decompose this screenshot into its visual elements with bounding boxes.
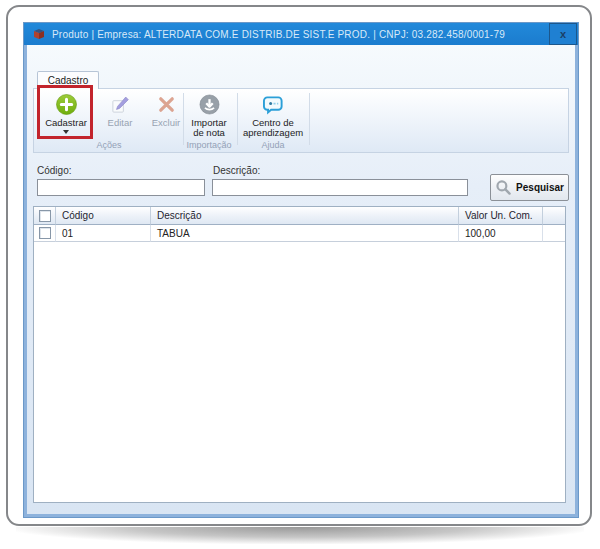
table-row[interactable]: 01 TABUA 100,00: [34, 225, 565, 242]
cell-filler: [543, 225, 565, 242]
header-valor[interactable]: Valor Un. Com.: [459, 207, 543, 225]
excluir-button[interactable]: Excluir: [144, 92, 188, 142]
window-title: Produto | Empresa: ALTERDATA COM.E DISTR…: [52, 29, 505, 40]
ribbon-toolbar: Cadastrar Editar: [33, 88, 569, 153]
excluir-label: Excluir: [152, 118, 181, 128]
red-highlight-box: [37, 85, 93, 139]
window-titlebar[interactable]: Produto | Empresa: ALTERDATA COM.E DISTR…: [24, 23, 578, 45]
cell-descricao: TABUA: [151, 225, 459, 242]
select-all-header-cell[interactable]: [34, 207, 56, 225]
produtos-table: Código Descrição Valor Un. Com. 01 TABUA…: [33, 206, 566, 503]
group-label-acoes: Ações: [42, 140, 176, 150]
produto-window: Produto | Empresa: ALTERDATA COM.E DISTR…: [24, 23, 578, 517]
screenshot-stage: Produto | Empresa: ALTERDATA COM.E DISTR…: [0, 0, 600, 549]
editar-label: Editar: [108, 118, 133, 128]
pesquisar-button[interactable]: Pesquisar: [490, 174, 569, 201]
pesquisar-label: Pesquisar: [516, 182, 564, 193]
editar-button[interactable]: Editar: [98, 92, 142, 142]
cell-valor: 100,00: [459, 225, 543, 242]
card-shadow: [16, 527, 584, 544]
import-download-icon: [199, 94, 220, 115]
table-header-row: Código Descrição Valor Un. Com.: [34, 207, 565, 225]
row-checkbox-cell[interactable]: [34, 225, 56, 242]
window-client-area: Cadastro Cadastrar: [27, 45, 575, 514]
search-magnifier-icon: [495, 179, 512, 196]
pencil-icon: [110, 94, 131, 115]
ribbon-separator: [183, 93, 184, 145]
ribbon-separator: [309, 93, 310, 145]
codigo-field-label: Código:: [37, 165, 71, 176]
importar-label-line2: de nota: [193, 128, 225, 138]
header-descricao[interactable]: Descrição: [151, 207, 459, 225]
select-all-checkbox[interactable]: [39, 210, 51, 222]
codigo-input[interactable]: [37, 179, 205, 196]
product-cube-icon: [33, 28, 45, 40]
descricao-field-label: Descrição:: [213, 165, 260, 176]
header-codigo[interactable]: Código: [56, 207, 151, 225]
centro-label-line2: aprendizagem: [243, 128, 303, 138]
header-filler: [543, 207, 565, 225]
row-checkbox[interactable]: [39, 227, 51, 239]
importar-nota-button[interactable]: Importar de nota: [185, 92, 233, 142]
centro-aprendizagem-button[interactable]: Centro de aprendizagem: [239, 92, 307, 142]
descricao-input[interactable]: [212, 179, 468, 196]
cell-codigo: 01: [56, 225, 151, 242]
learning-chat-icon: [263, 94, 284, 115]
close-button[interactable]: x: [549, 23, 577, 45]
group-label-importacao: Importação: [185, 140, 233, 150]
delete-x-icon: [156, 94, 177, 115]
ribbon-separator: [237, 93, 238, 145]
group-label-ajuda: Ajuda: [239, 140, 307, 150]
